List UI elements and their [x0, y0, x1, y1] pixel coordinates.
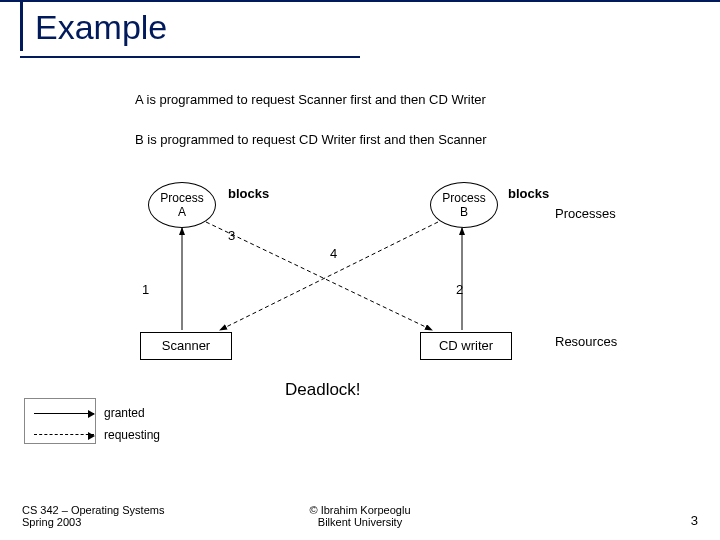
- process-a-node: Process A: [148, 182, 216, 228]
- footer-copyright: © Ibrahim Korpeoglu: [0, 504, 720, 516]
- process-b-label1: Process: [431, 191, 497, 205]
- legend-requesting-label: requesting: [104, 428, 160, 442]
- diagram-stage: Process A Process B blocks blocks Proces…: [0, 162, 720, 422]
- edge-label-1: 1: [142, 282, 149, 297]
- resource-cdwriter: CD writer: [420, 332, 512, 360]
- footer-center: © Ibrahim Korpeoglu Bilkent University: [0, 504, 720, 528]
- process-a-label1: Process: [149, 191, 215, 205]
- blocks-label-b: blocks: [508, 186, 549, 201]
- legend-granted-label: granted: [104, 406, 145, 420]
- description-line-a: A is programmed to request Scanner first…: [135, 92, 486, 107]
- slide-title-block: Example: [20, 2, 167, 51]
- deadlock-label: Deadlock!: [285, 380, 361, 400]
- edge-label-2: 2: [456, 282, 463, 297]
- granted-arrow-icon: [34, 413, 94, 414]
- svg-line-3: [220, 222, 438, 330]
- legend-granted-row: granted: [34, 402, 160, 424]
- slide-title: Example: [35, 8, 167, 47]
- process-a-label2: A: [149, 205, 215, 219]
- legend-requesting-row: requesting: [34, 424, 160, 446]
- blocks-label-a: blocks: [228, 186, 269, 201]
- title-underline: [20, 56, 360, 58]
- edge-label-3: 3: [228, 228, 235, 243]
- processes-row-label: Processes: [555, 206, 616, 221]
- process-b-label2: B: [431, 205, 497, 219]
- resources-row-label: Resources: [555, 334, 617, 349]
- process-b-node: Process B: [430, 182, 498, 228]
- legend: granted requesting: [34, 402, 160, 446]
- description-line-b: B is programmed to request CD Writer fir…: [135, 132, 487, 147]
- footer-university: Bilkent University: [0, 516, 720, 528]
- requesting-arrow-icon: [34, 434, 94, 436]
- edge-label-4: 4: [330, 246, 337, 261]
- svg-line-2: [206, 222, 432, 330]
- resource-scanner: Scanner: [140, 332, 232, 360]
- footer-page-number: 3: [691, 513, 698, 528]
